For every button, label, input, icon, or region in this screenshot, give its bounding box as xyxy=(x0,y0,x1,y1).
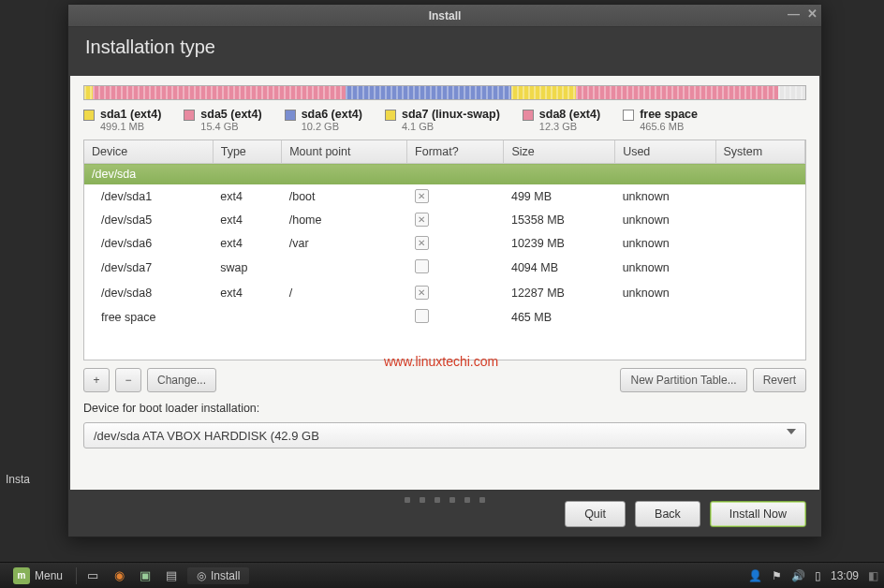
cd-icon: ◎ xyxy=(197,569,206,582)
legend-item: sda6 (ext4)10.2 GB xyxy=(285,108,362,132)
watermark-text: www.linuxtechi.com xyxy=(384,354,498,369)
disk-header-row[interactable]: /dev/sda xyxy=(84,164,805,185)
legend-swatch xyxy=(83,110,95,121)
column-header[interactable]: Size xyxy=(504,140,615,164)
desktop-icon-label: Insta xyxy=(6,473,30,486)
minimize-icon[interactable]: — xyxy=(788,7,800,21)
partition-row[interactable]: /dev/sda7swap4094 MBunknown xyxy=(84,255,805,281)
legend-swatch xyxy=(523,110,534,121)
content-area: sda1 (ext4)499.1 MBsda5 (ext4)15.4 GBsda… xyxy=(70,76,819,490)
legend-label: sda6 (ext4) xyxy=(302,108,362,121)
new-partition-table-button[interactable]: New Partition Table... xyxy=(620,368,746,392)
partition-bar-segment xyxy=(346,86,511,99)
legend-label: free space xyxy=(640,108,698,121)
page-indicator xyxy=(405,497,485,503)
system-tray: 👤 ⚑ 🔊 ▯ 13:09 ◧ xyxy=(748,569,878,582)
partition-row[interactable]: /dev/sda1ext4/boot✕499 MBunknown xyxy=(84,184,805,208)
network-icon[interactable]: ⚑ xyxy=(772,569,782,582)
boot-loader-label: Device for boot loader installation: xyxy=(83,402,806,415)
partition-legend: sda1 (ext4)499.1 MBsda5 (ext4)15.4 GBsda… xyxy=(83,108,806,132)
partition-bar-segment xyxy=(93,86,346,99)
clock[interactable]: 13:09 xyxy=(831,569,859,582)
column-header[interactable]: Mount point xyxy=(282,140,407,164)
back-button[interactable]: Back xyxy=(635,501,700,527)
close-icon[interactable]: ✕ xyxy=(807,7,818,21)
user-icon[interactable]: 👤 xyxy=(748,569,762,582)
legend-size: 465.6 MB xyxy=(640,121,698,132)
window-title: Install xyxy=(429,9,462,22)
mint-logo-icon: m xyxy=(13,567,30,584)
format-checkbox[interactable]: ✕ xyxy=(415,236,429,250)
legend-swatch xyxy=(623,110,634,121)
format-checkbox[interactable]: ✕ xyxy=(415,189,429,203)
legend-size: 10.2 GB xyxy=(302,121,362,132)
quit-button[interactable]: Quit xyxy=(565,501,626,527)
files-icon[interactable]: ▤ xyxy=(161,566,182,585)
format-checkbox[interactable]: ✕ xyxy=(415,213,429,227)
partition-bar-segment xyxy=(576,86,778,99)
partition-bar-segment xyxy=(511,86,576,99)
partition-row[interactable]: free space465 MB xyxy=(84,304,805,331)
page-title: Installation type xyxy=(68,27,821,76)
legend-label: sda1 (ext4) xyxy=(100,108,161,121)
revert-button[interactable]: Revert xyxy=(753,368,806,392)
legend-item: sda7 (linux-swap)4.1 GB xyxy=(385,108,500,132)
legend-swatch xyxy=(285,110,296,121)
legend-label: sda5 (ext4) xyxy=(200,108,261,121)
partition-usage-bar xyxy=(83,85,806,100)
column-header[interactable]: System xyxy=(715,140,804,164)
format-checkbox[interactable] xyxy=(415,259,429,273)
partition-row[interactable]: /dev/sda8ext4/✕12287 MBunknown xyxy=(84,281,805,304)
remove-partition-button[interactable]: − xyxy=(115,368,141,392)
taskbar: m Menu ▭ ◉ ▣ ▤ ◎ Install 👤 ⚑ 🔊 ▯ 13:09 ◧ xyxy=(0,562,884,588)
legend-item: sda8 (ext4)12.3 GB xyxy=(523,108,600,132)
legend-size: 499.1 MB xyxy=(100,121,161,132)
firefox-icon[interactable]: ◉ xyxy=(109,566,129,585)
boot-loader-device-select[interactable]: /dev/sda ATA VBOX HARDDISK (42.9 GB xyxy=(83,422,806,448)
column-header[interactable]: Type xyxy=(213,140,281,164)
show-desktop-icon[interactable]: ▭ xyxy=(82,566,103,585)
legend-size: 4.1 GB xyxy=(402,121,500,132)
partition-row[interactable]: /dev/sda5ext4/home✕15358 MBunknown xyxy=(84,208,805,231)
chevron-down-icon xyxy=(787,429,796,434)
legend-label: sda7 (linux-swap) xyxy=(402,108,500,121)
legend-item: free space465.6 MB xyxy=(623,108,698,132)
legend-size: 15.4 GB xyxy=(200,121,261,132)
column-header[interactable]: Used xyxy=(615,140,715,164)
volume-icon[interactable]: 🔊 xyxy=(791,569,805,582)
legend-item: sda5 (ext4)15.4 GB xyxy=(184,108,261,132)
partition-bar-segment xyxy=(778,86,805,99)
start-menu-button[interactable]: m Menu xyxy=(6,566,70,586)
change-partition-button[interactable]: Change... xyxy=(147,368,216,392)
legend-label: sda8 (ext4) xyxy=(539,108,600,121)
partition-table: DeviceTypeMount pointFormat?SizeUsedSyst… xyxy=(83,140,806,360)
format-checkbox[interactable]: ✕ xyxy=(415,286,429,300)
column-header[interactable]: Device xyxy=(84,140,213,164)
add-partition-button[interactable]: + xyxy=(83,368,110,392)
legend-swatch xyxy=(184,110,195,121)
boot-loader-value: /dev/sda ATA VBOX HARDDISK (42.9 GB xyxy=(94,429,319,443)
terminal-icon[interactable]: ▣ xyxy=(135,566,155,585)
column-header[interactable]: Format? xyxy=(407,140,504,164)
partition-toolbar: + − Change... New Partition Table... Rev… xyxy=(83,368,806,392)
notifications-icon[interactable]: ◧ xyxy=(868,569,878,582)
legend-swatch xyxy=(385,110,396,121)
legend-item: sda1 (ext4)499.1 MB xyxy=(83,108,161,132)
legend-size: 12.3 GB xyxy=(539,121,600,132)
taskbar-item-install[interactable]: ◎ Install xyxy=(187,567,249,584)
partition-bar-segment xyxy=(84,86,93,99)
format-checkbox[interactable] xyxy=(415,309,429,323)
partition-row[interactable]: /dev/sda6ext4/var✕10239 MBunknown xyxy=(84,231,805,255)
titlebar[interactable]: Install — ✕ xyxy=(68,5,821,27)
installer-window: Install — ✕ Installation type sda1 (ext4… xyxy=(67,4,822,537)
install-now-button[interactable]: Install Now xyxy=(710,501,806,527)
battery-icon[interactable]: ▯ xyxy=(815,569,821,582)
